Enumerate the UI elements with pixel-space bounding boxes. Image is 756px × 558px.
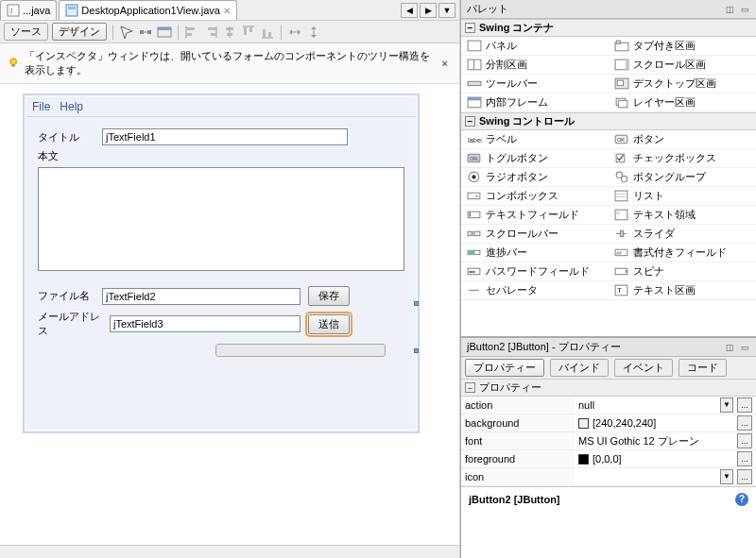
minimize-icon[interactable]: ▭ <box>739 4 750 15</box>
window-options-icon[interactable]: ◫ <box>724 4 735 15</box>
selection-mode-icon[interactable] <box>119 25 134 40</box>
selection-label: jButton2 [JButton] <box>469 494 560 505</box>
send-button[interactable]: 送信 <box>308 314 350 334</box>
palette-item-fmtfield[interactable]: ##書式付きフィールド <box>609 244 756 262</box>
ellipsis-button[interactable]: ... <box>737 469 752 484</box>
resize-handle[interactable] <box>414 301 419 306</box>
palette-item-textpane[interactable]: Tテキスト区画 <box>609 281 756 300</box>
palette-item-scrollbar[interactable]: スクロールバー <box>461 225 609 244</box>
palette-item-textarea[interactable]: txテキスト領域 <box>609 206 756 225</box>
scroll-icon <box>614 59 629 72</box>
status-bar-component[interactable] <box>215 344 386 357</box>
palette-item-textfield[interactable]: テキストフィールド <box>461 206 609 225</box>
svg-rect-3 <box>68 7 76 9</box>
connection-mode-icon[interactable] <box>138 25 153 40</box>
ellipsis-button[interactable]: ... <box>737 451 752 466</box>
property-value-cell[interactable]: [240,240,240]... <box>575 414 756 432</box>
palette-item-combo[interactable]: コンボボックス <box>461 187 609 206</box>
property-value-cell[interactable]: [0,0,0]... <box>575 450 756 468</box>
align-left-icon[interactable] <box>184 25 199 40</box>
tab-code[interactable]: コード <box>679 359 727 377</box>
svg-point-49 <box>472 175 475 178</box>
form-root[interactable]: File Help タイトル 本文 ファイル名 <box>23 93 420 433</box>
palette-item-separator[interactable]: セパレータ <box>461 281 609 300</box>
palette-item-list[interactable]: リスト <box>609 187 756 206</box>
align-center-icon[interactable] <box>222 25 237 40</box>
email-field[interactable] <box>110 315 301 332</box>
tab-nav-down[interactable]: ▼ <box>438 3 455 18</box>
filename-field[interactable] <box>102 288 301 305</box>
tab-properties[interactable]: プロパティー <box>465 359 544 377</box>
combo-icon <box>467 190 482 203</box>
svg-point-26 <box>10 59 17 65</box>
tab-nav-right[interactable]: ▶ <box>420 3 437 18</box>
palette-item-toggle[interactable]: ONトグルボタン <box>461 149 609 168</box>
palette-item-desktop[interactable]: デスクトップ区画 <box>609 75 756 93</box>
tab-event[interactable]: イベント <box>614 359 673 377</box>
palette-item-password[interactable]: •••パスワードフィールド <box>461 262 609 281</box>
palette-item-split[interactable]: 分割区画 <box>461 56 609 75</box>
resize-h-icon[interactable] <box>287 25 302 40</box>
palette-category-header[interactable]: −Swing コンテナ <box>461 19 756 37</box>
form-designer-canvas[interactable]: File Help タイトル 本文 ファイル名 <box>0 84 459 545</box>
palette-item-toolbar[interactable]: ツールバー <box>461 75 609 93</box>
property-value-cell[interactable]: null▼... <box>575 397 756 414</box>
palette-item-checkbox[interactable]: チェックボックス <box>609 149 756 168</box>
dropdown-icon[interactable]: ▼ <box>720 397 733 413</box>
collapse-icon[interactable]: − <box>465 116 475 127</box>
palette-item-radio[interactable]: ラジオボタン <box>461 168 609 187</box>
tab-bind[interactable]: バインド <box>550 359 609 377</box>
svg-rect-23 <box>268 32 271 37</box>
ellipsis-button[interactable]: ... <box>737 415 752 431</box>
align-right-icon[interactable] <box>203 25 218 40</box>
property-value-cell[interactable]: MS UI Gothic 12 プレーン... <box>575 432 756 450</box>
properties-tabs: プロパティー バインド イベント コード <box>461 357 756 380</box>
palette-item-progress[interactable]: 進捗バー <box>461 244 609 262</box>
resize-handle[interactable] <box>414 348 419 353</box>
dropdown-icon[interactable]: ▼ <box>720 469 733 484</box>
menu-help[interactable]: Help <box>60 100 83 113</box>
property-name: background <box>461 414 575 432</box>
ellipsis-button[interactable]: ... <box>737 433 752 448</box>
save-button[interactable]: 保存 <box>308 286 350 306</box>
palette-item-scroll[interactable]: スクロール区画 <box>609 56 756 75</box>
palette-category-header[interactable]: −Swing コントロール <box>461 112 756 130</box>
body-textarea[interactable] <box>38 167 404 271</box>
palette-item-panel[interactable]: パネル <box>461 37 609 56</box>
close-icon[interactable]: ✕ <box>223 6 231 16</box>
tab-desktop-app-view[interactable]: DesktopApplication1View.java ✕ <box>59 0 237 20</box>
group-icon <box>614 171 629 184</box>
palette-item-label[interactable]: labelラベル <box>461 130 609 149</box>
fmtfield-icon: ## <box>614 246 629 260</box>
horizontal-scrollbar[interactable] <box>0 545 459 558</box>
align-top-icon[interactable] <box>241 25 256 40</box>
palette-item-button[interactable]: OKボタン <box>609 130 756 149</box>
palette-item-tabbed[interactable]: タブ付き区画 <box>609 37 756 56</box>
collapse-icon[interactable]: − <box>465 382 475 393</box>
resize-v-icon[interactable] <box>306 25 321 40</box>
align-bottom-icon[interactable] <box>260 25 275 40</box>
source-button[interactable]: ソース <box>4 23 48 41</box>
design-button[interactable]: デザイン <box>52 23 107 41</box>
menu-file[interactable]: File <box>32 100 50 113</box>
panel-icon <box>467 40 482 53</box>
ellipsis-button[interactable]: ... <box>737 397 752 413</box>
tabbed-icon <box>614 40 629 53</box>
preview-icon[interactable] <box>157 25 172 40</box>
palette-item-spinner[interactable]: スピナ <box>609 262 756 281</box>
tab-nav-left[interactable]: ◀ <box>401 3 418 18</box>
svg-rect-22 <box>263 29 266 37</box>
help-icon[interactable]: ? <box>735 493 748 506</box>
tab-java[interactable]: J ...java <box>0 0 57 20</box>
window-options-icon[interactable]: ◫ <box>725 342 736 353</box>
palette-item-group[interactable]: ボタングループ <box>609 168 756 187</box>
collapse-icon[interactable]: − <box>465 23 475 33</box>
palette-item-slider[interactable]: スライダ <box>609 225 756 244</box>
palette-item-iframe[interactable]: 内部フレーム <box>461 93 609 112</box>
properties-section-header[interactable]: − プロパティー <box>461 380 756 397</box>
hint-close-button[interactable]: × <box>438 58 452 69</box>
minimize-icon[interactable]: ▭ <box>739 342 750 353</box>
property-value-cell[interactable]: ▼... <box>575 468 756 486</box>
title-field[interactable] <box>102 128 348 145</box>
palette-item-layer[interactable]: レイヤー区画 <box>609 93 756 112</box>
